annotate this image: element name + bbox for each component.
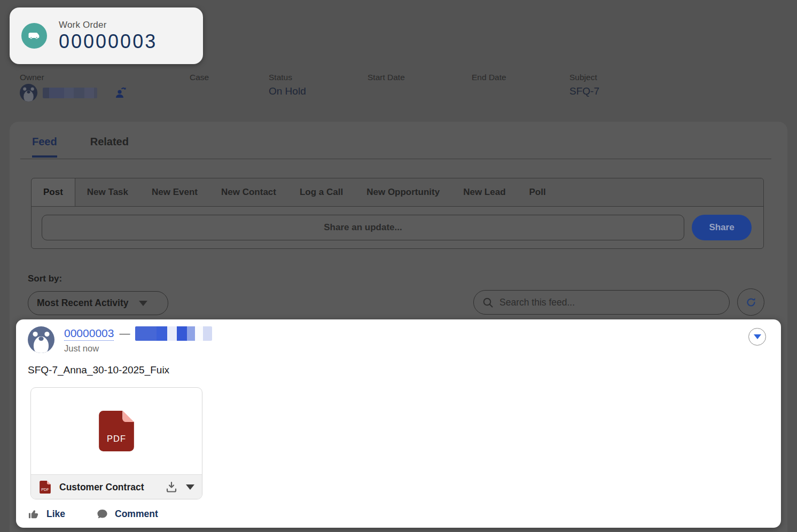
- entity-label: Work Order: [59, 20, 157, 30]
- field-status: Status On Hold: [269, 73, 306, 97]
- comment-button[interactable]: Comment: [96, 508, 158, 520]
- refresh-icon: [745, 296, 757, 309]
- publisher-tab-new-lead[interactable]: New Lead: [451, 178, 517, 206]
- share-update-input[interactable]: Share an update...: [42, 215, 684, 240]
- case-label: Case: [190, 73, 209, 82]
- svg-text:PDF: PDF: [41, 488, 49, 492]
- field-case: Case: [190, 73, 209, 85]
- refresh-feed-button[interactable]: [737, 288, 764, 316]
- tabs-divider: [20, 159, 771, 159]
- svg-text:PDF: PDF: [107, 434, 126, 443]
- feed-search-input[interactable]: [499, 297, 721, 308]
- field-owner: Owner: [20, 73, 127, 101]
- feed-post-header: 00000003 — Just now: [28, 326, 212, 354]
- attachment-menu-button[interactable]: [186, 484, 194, 490]
- start-date-label: Start Date: [368, 73, 405, 82]
- comment-label: Comment: [115, 508, 158, 520]
- speech-bubble-icon: [96, 508, 108, 520]
- record-number: 00000003: [59, 32, 157, 52]
- feed-search-box: [473, 290, 730, 315]
- publisher-tab-new-task[interactable]: New Task: [75, 178, 140, 206]
- redacted-owner-name: [43, 88, 97, 98]
- like-label: Like: [46, 508, 65, 520]
- status-label: Status: [269, 73, 306, 82]
- tab-feed[interactable]: Feed: [32, 136, 57, 158]
- record-tabs: Feed Related: [10, 122, 787, 158]
- thumbs-up-icon: [28, 508, 40, 520]
- chevron-down-icon: [139, 301, 147, 306]
- post-actions: Like Comment: [28, 508, 158, 520]
- like-button[interactable]: Like: [28, 508, 65, 520]
- publisher-tab-log-a-call[interactable]: Log a Call: [288, 178, 355, 206]
- attachment-footer: PDF Customer Contract: [31, 474, 202, 499]
- pdf-icon: PDF: [99, 411, 134, 451]
- sort-dropdown-value: Most Recent Activity: [37, 298, 128, 309]
- field-end-date: End Date: [472, 73, 506, 85]
- chevron-down-icon: [754, 334, 761, 339]
- publisher-tab-new-contact[interactable]: New Contact: [209, 178, 288, 206]
- publisher-tabs: Post New Task New Event New Contact Log …: [32, 178, 763, 207]
- post-text: SFQ-7_Anna_30-10-2025_Fuix: [28, 364, 169, 376]
- publisher-tab-post[interactable]: Post: [32, 178, 75, 206]
- owner-label: Owner: [20, 73, 127, 82]
- user-avatar[interactable]: [28, 326, 54, 353]
- van-icon: [27, 28, 42, 43]
- publisher-tab-new-opportunity[interactable]: New Opportunity: [355, 178, 451, 206]
- post-menu-button[interactable]: [748, 328, 766, 346]
- sort-by-label: Sort by:: [28, 273, 62, 284]
- separator-dash: —: [119, 327, 130, 340]
- search-icon: [482, 297, 494, 308]
- post-timestamp: Just now: [64, 343, 212, 354]
- sort-dropdown[interactable]: Most Recent Activity: [28, 291, 168, 315]
- subject-value: SFQ-7: [569, 85, 599, 97]
- work-order-entity-icon: [21, 23, 47, 49]
- status-value: On Hold: [269, 85, 306, 97]
- tab-related[interactable]: Related: [90, 136, 129, 158]
- field-subject: Subject SFQ-7: [569, 73, 599, 97]
- attachment-preview[interactable]: PDF: [31, 388, 202, 474]
- feed-publisher: Post New Task New Event New Contact Log …: [31, 178, 764, 249]
- change-owner-button[interactable]: [114, 86, 127, 100]
- feed-post-item: 00000003 — Just now SFQ-7_Anna_30-10-202…: [16, 319, 781, 528]
- record-link[interactable]: 00000003: [64, 327, 114, 341]
- end-date-label: End Date: [472, 73, 506, 82]
- publisher-tab-poll[interactable]: Poll: [518, 178, 558, 206]
- pdf-icon-small: PDF: [40, 481, 51, 494]
- work-order-header-card: Work Order 00000003: [10, 7, 203, 64]
- download-icon[interactable]: [165, 481, 178, 494]
- subject-label: Subject: [569, 73, 599, 82]
- field-start-date: Start Date: [368, 73, 405, 85]
- share-button[interactable]: Share: [692, 215, 752, 240]
- publisher-tab-new-event[interactable]: New Event: [140, 178, 209, 206]
- owner-avatar[interactable]: [20, 84, 37, 101]
- change-owner-icon: [114, 86, 127, 100]
- attachment-card[interactable]: PDF PDF Customer Contract: [30, 387, 202, 499]
- attachment-file-name: Customer Contract: [59, 482, 144, 493]
- redacted-user-name: [135, 326, 212, 341]
